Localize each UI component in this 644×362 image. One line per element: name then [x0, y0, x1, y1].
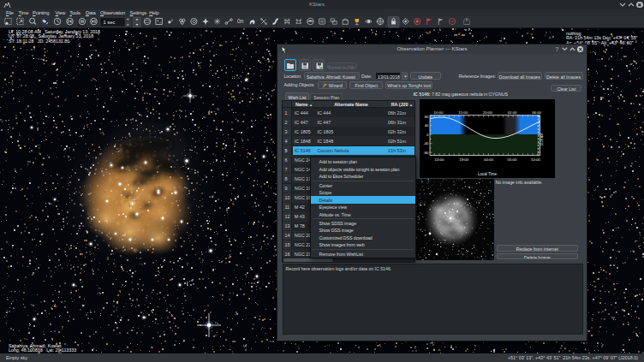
svg-text:-80: -80 — [423, 150, 429, 154]
svg-text:0: 0 — [426, 132, 429, 136]
svg-text:1 sec: 1 sec — [104, 20, 116, 25]
svg-text:40: 40 — [424, 123, 428, 128]
svg-text:10:00: 10:00 — [531, 157, 540, 161]
svg-text:19:00: 19:00 — [459, 157, 468, 161]
svg-text:0n: 0n — [237, 18, 244, 24]
svg-text:01:00: 01:00 — [507, 110, 516, 115]
svg-text:05:00: 05:00 — [507, 157, 516, 161]
svg-text:Local Time: Local Time — [477, 172, 497, 176]
svg-text:06:00: 06:00 — [532, 110, 541, 115]
svg-text:00:00: 00:00 — [484, 157, 493, 161]
svg-text:14:00: 14:00 — [434, 157, 444, 161]
svg-text:10:00: 10:00 — [433, 110, 443, 115]
svg-text:10:28 AM: 10:28 AM — [540, 133, 543, 145]
svg-text:-40: -40 — [423, 141, 429, 145]
svg-text:20:00: 20:00 — [483, 110, 492, 115]
svg-text:80: 80 — [424, 114, 428, 118]
svg-text:15:00: 15:00 — [458, 110, 468, 115]
